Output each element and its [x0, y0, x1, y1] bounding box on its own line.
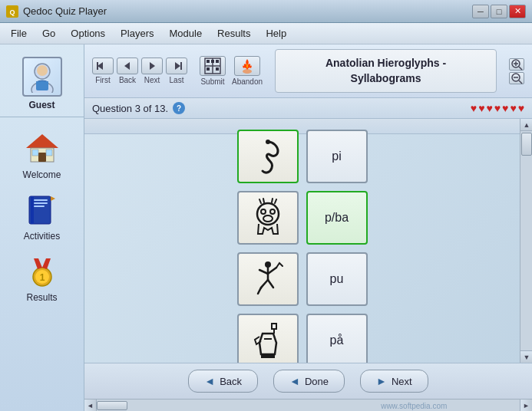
heart-5: ♥ [502, 102, 508, 114]
submit-button[interactable] [200, 56, 226, 76]
symbol-cell-4[interactable] [237, 314, 299, 363]
sidebar: Guest Welcome [0, 44, 84, 411]
svg-marker-22 [124, 62, 130, 70]
svg-rect-31 [216, 60, 219, 63]
next-button-label: Next [144, 76, 160, 84]
menu-results[interactable]: Results [211, 25, 256, 42]
quiz-area: pi [84, 119, 520, 363]
heart-7: ♥ [518, 102, 524, 114]
symbol-cell-2[interactable] [237, 191, 299, 245]
menu-bar: File Go Options Players Module Results H… [0, 23, 532, 44]
answer-cell-4[interactable]: på [306, 314, 368, 363]
svg-line-36 [519, 67, 522, 70]
help-button[interactable]: ? [173, 102, 185, 114]
hieroglyph-1-icon [249, 136, 287, 178]
svg-rect-33 [216, 67, 219, 71]
sidebar-item-results-label: Results [26, 292, 57, 303]
sidebar-item-activities[interactable]: Activities [8, 188, 77, 246]
watermark: www.softpedia.com [309, 399, 520, 411]
zoom-controls [509, 58, 524, 84]
done-nav-button[interactable]: ◄ Done [273, 370, 345, 393]
maximize-button[interactable]: □ [491, 5, 507, 18]
symbol-cell-3[interactable] [237, 252, 299, 306]
menu-file[interactable]: File [5, 25, 33, 42]
user-label: Guest [28, 100, 55, 110]
answer-cell-1[interactable]: pi [306, 130, 368, 183]
menu-players[interactable]: Players [114, 25, 160, 42]
svg-point-45 [270, 209, 275, 214]
next-arrow-icon: ► [376, 375, 387, 387]
next-nav-button[interactable]: ► Next [360, 370, 428, 393]
back-button[interactable] [117, 58, 138, 74]
abandon-button-label: Abandon [232, 77, 263, 86]
window-title: Qedoc Quiz Player [23, 5, 107, 17]
hieroglyph-3-icon [249, 258, 287, 301]
menu-module[interactable]: Module [163, 25, 208, 42]
nav-controls: First Back Next [92, 58, 187, 84]
svg-rect-15 [34, 206, 45, 207]
heart-2: ♥ [478, 102, 484, 114]
svg-point-44 [261, 209, 266, 214]
scroll-up-button[interactable]: ▲ [520, 119, 532, 131]
svg-point-3 [37, 65, 48, 76]
avatar [22, 57, 62, 97]
minimize-button[interactable]: ─ [472, 5, 489, 18]
menu-options[interactable]: Options [64, 25, 111, 42]
answer-text-3: pu [330, 272, 344, 286]
next-btn-group: Next [141, 58, 163, 84]
svg-marker-16 [51, 196, 55, 201]
scroll-right-button[interactable]: ► [520, 399, 532, 412]
svg-line-40 [519, 81, 522, 84]
svg-line-47 [259, 199, 261, 203]
svg-marker-20 [97, 62, 103, 70]
answer-cell-3[interactable]: pu [306, 252, 368, 306]
svg-text:Q: Q [9, 8, 15, 16]
svg-marker-6 [26, 134, 58, 148]
scrollbar-vertical[interactable]: ▲ ▼ [520, 119, 532, 363]
sidebar-item-welcome[interactable]: Welcome [8, 127, 77, 185]
abandon-button[interactable] [234, 56, 260, 76]
svg-rect-8 [38, 153, 46, 162]
last-button[interactable] [166, 58, 187, 74]
back-nav-button[interactable]: ◄ Back [188, 370, 258, 393]
svg-rect-14 [34, 202, 48, 204]
scroll-thumb-vertical[interactable] [521, 133, 532, 156]
svg-line-50 [275, 199, 276, 203]
sidebar-item-results[interactable]: 1 Results [8, 249, 77, 307]
zoom-in-button[interactable] [509, 58, 524, 71]
heart-4: ♥ [494, 102, 501, 114]
answer-text-4: på [330, 334, 344, 347]
avatar-icon [26, 61, 58, 93]
submit-btn-wrap: Submit [200, 56, 226, 86]
first-button-label: First [95, 76, 110, 84]
back-arrow-icon: ◄ [204, 375, 215, 387]
answer-cell-2[interactable]: p/ba [306, 191, 368, 245]
svg-point-42 [266, 140, 270, 144]
svg-rect-21 [97, 62, 98, 70]
action-buttons: Submit Abandon [200, 56, 263, 86]
app-icon: Q [6, 5, 18, 18]
heart-6: ♥ [510, 102, 516, 114]
sidebar-item-welcome-label: Welcome [23, 169, 61, 180]
bottom-navigation: ◄ Back ◄ Done ► Next [84, 363, 532, 399]
svg-text:1: 1 [39, 272, 45, 283]
close-button[interactable]: ✕ [509, 5, 526, 18]
first-button[interactable] [92, 58, 114, 74]
house-icon [25, 131, 60, 166]
scrollbar-horizontal[interactable]: ◄ www.softpedia.com ► [84, 399, 532, 411]
done-arrow-icon: ◄ [289, 375, 300, 387]
question-label: Question 3 of 13. [92, 103, 168, 114]
scroll-down-button[interactable]: ▼ [520, 350, 532, 363]
scroll-thumb-horizontal[interactable] [97, 401, 127, 410]
menu-help[interactable]: Help [259, 25, 292, 42]
menu-go[interactable]: Go [36, 25, 61, 42]
first-btn-group: First [92, 58, 114, 84]
next-button[interactable] [141, 58, 163, 74]
zoom-out-button[interactable] [509, 72, 524, 84]
symbol-cell-1[interactable] [237, 130, 299, 183]
svg-line-49 [272, 199, 273, 202]
back-button-label: Back [119, 76, 136, 84]
svg-marker-23 [150, 62, 155, 70]
sidebar-item-activities-label: Activities [24, 231, 60, 242]
scroll-left-button[interactable]: ◄ [84, 399, 97, 412]
